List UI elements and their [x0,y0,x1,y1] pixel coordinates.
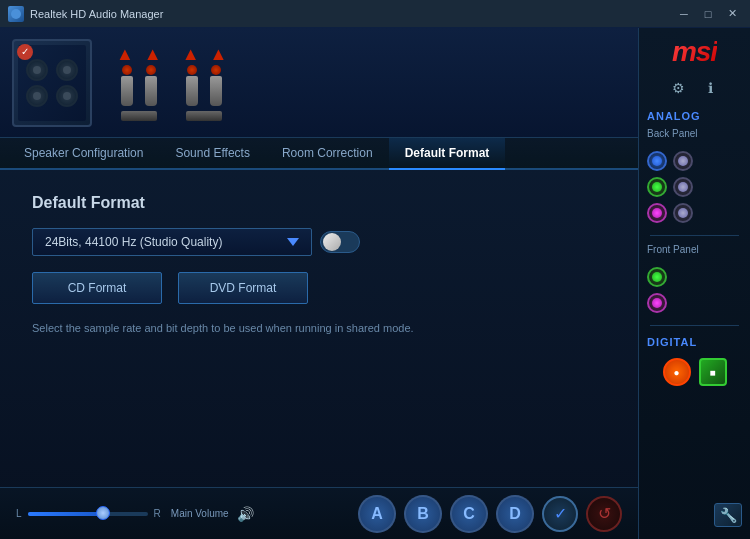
connector-row-blue [647,151,742,171]
dot-inner-gray-3 [678,208,688,218]
dot-inner-gray-1 [678,156,688,166]
vol-thumb [96,506,110,520]
dvd-format-button[interactable]: DVD Format [178,272,308,304]
digital-hdmi-icon[interactable]: ■ [699,358,727,386]
connector-visual: ▲ ▲ [116,45,227,121]
front-dot-inner-pink [652,298,662,308]
format-buttons: CD Format DVD Format [32,272,606,304]
front-connector-dot-green[interactable] [647,267,667,287]
digital-label: DIGITAL [639,334,750,350]
front-dot-inner-green [652,272,662,282]
sidebar-divider-1 [650,235,739,236]
connector-dot-gray-3[interactable] [673,203,693,223]
icon-c-button[interactable]: C [450,495,488,533]
connector-row-pink [647,203,742,223]
icon-b-button[interactable]: B [404,495,442,533]
cd-format-button[interactable]: CD Format [32,272,162,304]
connector-dot-pink[interactable] [647,203,667,223]
header-area: ✓ ▲ ▲ [0,28,638,138]
hint-text: Select the sample rate and bit depth to … [32,320,606,337]
icon-d-button[interactable]: D [496,495,534,533]
toggle-switch[interactable] [320,231,360,253]
connector-dot-green[interactable] [647,177,667,197]
msi-logo: msi [672,36,717,68]
connector-dot-gray-2[interactable] [673,177,693,197]
front-panel-label: Front Panel [639,244,750,259]
connector-dot-blue[interactable] [647,151,667,171]
app-icon [8,6,24,22]
content-title: Default Format [32,194,606,212]
wrench-button[interactable]: 🔧 [714,503,742,527]
format-value: 24Bits, 44100 Hz (Studio Quality) [45,235,222,249]
dot-inner-green [652,182,662,192]
dropdown-arrow-icon [287,238,299,246]
digital-optical-icon[interactable]: ● [663,358,691,386]
digital-icons-row: ● ■ [655,354,735,390]
analog-label: ANALOG [639,108,750,124]
vol-r-label: R [154,508,161,519]
front-connector-row-green [647,267,742,287]
tab-default-format[interactable]: Default Format [389,138,506,170]
maximize-button[interactable]: □ [698,6,718,22]
toggle-knob [323,233,341,251]
volume-section: L R Main Volume 🔊 [16,506,346,522]
format-dropdown[interactable]: 24Bits, 44100 Hz (Studio Quality) [32,228,312,256]
window-title: Realtek HD Audio Manager [30,8,163,20]
check-button[interactable]: ✓ [542,496,578,532]
back-panel-label: Back Panel [639,128,750,143]
settings-icon-button[interactable]: ⚙ [667,76,691,100]
vol-l-label: L [16,508,22,519]
sidebar-divider-2 [650,325,739,326]
tab-sound-effects[interactable]: Sound Effects [159,138,266,170]
close-button[interactable]: ✕ [722,6,742,22]
right-sidebar: msi ⚙ ℹ ANALOG Back Panel [638,28,750,539]
tab-speaker-configuration[interactable]: Speaker Configuration [8,138,159,170]
main-volume-label: Main Volume [171,508,229,519]
info-icon-button[interactable]: ℹ [699,76,723,100]
connector-dot-gray-1[interactable] [673,151,693,171]
speaker-icon: ✓ [12,39,92,127]
front-connector-row-pink [647,293,742,313]
sidebar-bottom: 🔧 [639,499,750,531]
dot-inner-pink [652,208,662,218]
svg-point-0 [11,9,21,19]
icon-a-button[interactable]: A [358,495,396,533]
minimize-button[interactable]: ─ [674,6,694,22]
content-area: Default Format 24Bits, 44100 Hz (Studio … [0,170,638,487]
dot-inner-blue [652,156,662,166]
dot-inner-gray-2 [678,182,688,192]
bottom-bar: L R Main Volume 🔊 A B C D ✓ ↺ [0,487,638,539]
vol-fill [28,512,100,516]
back-button[interactable]: ↺ [586,496,622,532]
connector-row-green [647,177,742,197]
check-badge: ✓ [17,44,33,60]
front-panel-connectors [639,263,750,317]
bottom-icons: A B C D ✓ ↺ [358,495,622,533]
sidebar-settings-row: ⚙ ℹ [667,76,723,100]
back-panel-connectors [639,147,750,227]
volume-icon: 🔊 [237,506,254,522]
tabs-bar: Speaker Configuration Sound Effects Room… [0,138,638,170]
front-connector-dot-pink[interactable] [647,293,667,313]
volume-slider[interactable] [28,512,148,516]
format-select-row: 24Bits, 44100 Hz (Studio Quality) [32,228,606,256]
tab-room-correction[interactable]: Room Correction [266,138,389,170]
